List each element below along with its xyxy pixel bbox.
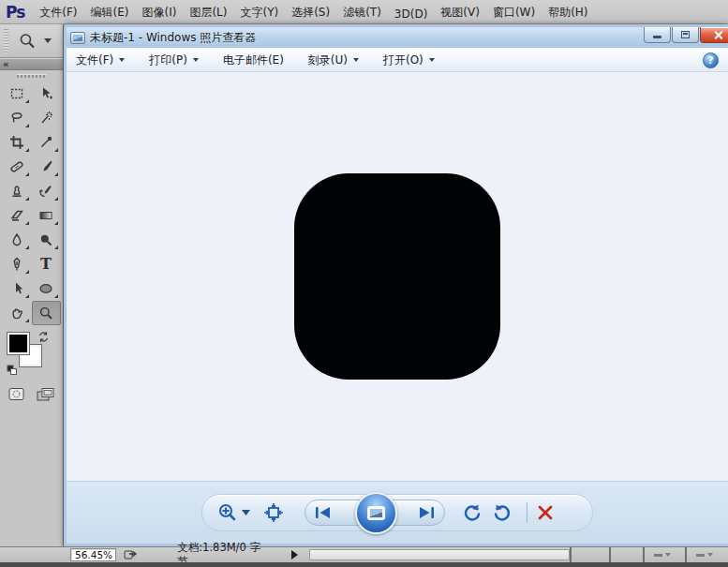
tool-eraser[interactable] [3, 203, 32, 228]
foreground-color-swatch[interactable] [7, 333, 29, 354]
toolbar-bottom-buttons [0, 378, 63, 405]
horizontal-scrollbar[interactable] [309, 549, 569, 560]
maximize-icon [681, 31, 690, 38]
flyout-indicator [25, 172, 29, 176]
close-icon [713, 30, 723, 40]
viewer-menubar: 文件(F) 打印(P) 电子邮件(E) 刻录(U) 打开(O) ? [67, 48, 728, 72]
viewer-menu-file[interactable]: 文件(F) [76, 52, 125, 68]
ps-menu-layer[interactable]: 图层(L) [189, 5, 227, 21]
ps-menu-type[interactable]: 文字(Y) [240, 5, 278, 21]
zoom-option-dropdown-icon[interactable] [44, 38, 52, 43]
quick-mask-icon[interactable] [8, 387, 25, 405]
flyout-indicator [54, 197, 58, 201]
tool-ellipse-shape[interactable] [32, 276, 61, 301]
photoshop-menubar: Ps 文件(F) 编辑(E) 图像(I) 图层(L) 文字(Y) 选择(S) 滤… [0, 0, 728, 24]
ps-menu-edit[interactable]: 编辑(E) [91, 5, 129, 21]
tool-crop[interactable] [3, 130, 32, 155]
viewer-titlebar[interactable]: 未标题-1 - Windows 照片查看器 [67, 27, 728, 48]
panel-collapse-button[interactable]: « [0, 58, 63, 70]
ps-menu-select[interactable]: 选择(S) [291, 5, 330, 21]
color-swatches [7, 333, 51, 378]
delete-button[interactable] [537, 504, 554, 521]
tool-history-brush[interactable] [32, 179, 61, 203]
next-button[interactable] [418, 506, 435, 519]
photo-viewer-window: 未标题-1 - Windows 照片查看器 文件(F) 打印(P) 电子邮件(E… [64, 24, 728, 546]
window-controls [643, 27, 728, 43]
flyout-indicator [54, 221, 58, 225]
ps-menu-3d[interactable]: 3D(D) [394, 7, 427, 21]
tool-pen[interactable] [3, 252, 32, 276]
zoom-button[interactable] [217, 502, 238, 523]
tool-magic-wand[interactable] [32, 106, 61, 130]
status-segment [570, 547, 609, 563]
viewer-menu-email[interactable]: 电子邮件(E) [223, 52, 284, 68]
tool-type[interactable]: T [32, 252, 61, 276]
flyout-indicator [54, 246, 58, 249]
viewer-menu-burn[interactable]: 刻录(U) [308, 52, 359, 68]
default-colors-icon[interactable] [7, 365, 18, 379]
window-bottom-edge [0, 562, 728, 567]
export-arrow-icon[interactable] [124, 548, 138, 562]
tool-gradient[interactable] [32, 203, 61, 228]
chevron-down-icon [429, 58, 435, 62]
photoshop-app: { "photoshop": { "logo": "Ps", "menubar"… [0, 0, 728, 567]
tool-zoom[interactable] [32, 301, 61, 325]
flyout-indicator [25, 99, 29, 103]
actual-size-button[interactable] [263, 502, 284, 523]
flyout-indicator [54, 294, 58, 298]
photoshop-tools-panel: « [0, 24, 64, 546]
tool-spot-healing-brush[interactable] [3, 155, 32, 179]
flyout-indicator [25, 221, 29, 225]
slideshow-button[interactable] [355, 492, 397, 534]
chevron-down-icon [665, 553, 671, 557]
tool-dodge[interactable] [32, 228, 61, 252]
flyout-indicator [54, 172, 58, 176]
viewer-window-title: 未标题-1 - Windows 照片查看器 [90, 30, 256, 46]
ps-menu-window[interactable]: 窗口(W) [493, 5, 535, 21]
minimize-button[interactable] [644, 27, 671, 43]
tool-brush[interactable] [32, 155, 61, 179]
help-icon[interactable]: ? [703, 52, 719, 68]
tool-options-bar [0, 24, 63, 58]
chevron-down-icon [707, 553, 713, 557]
ps-menu-help[interactable]: 帮助(H) [548, 5, 587, 21]
ps-menu-filter[interactable]: 滤镜(T) [343, 5, 381, 21]
flyout-indicator [25, 197, 29, 201]
navigation-group [305, 500, 445, 526]
tool-hand[interactable] [3, 301, 32, 325]
rotate-counterclockwise-button[interactable] [462, 502, 483, 523]
ps-menu-file[interactable]: 文件(F) [39, 5, 77, 21]
viewer-menu-print[interactable]: 打印(P) [149, 52, 199, 68]
ps-menu-view[interactable]: 视图(V) [440, 5, 480, 21]
previous-button[interactable] [315, 506, 332, 519]
tool-eyedropper[interactable] [32, 130, 61, 155]
status-segment-dropdown[interactable] [643, 547, 686, 563]
flyout-indicator [25, 124, 29, 127]
type-tool-icon: T [40, 257, 52, 272]
tool-move[interactable] [32, 82, 61, 106]
viewer-menu-open[interactable]: 打开(O) [383, 52, 435, 68]
status-flyout-icon[interactable] [291, 550, 298, 560]
ps-menu-image[interactable]: 图像(I) [142, 5, 177, 21]
close-button[interactable] [700, 27, 728, 43]
zoom-dropdown-icon[interactable] [242, 510, 250, 515]
tool-path-selection[interactable] [3, 276, 32, 301]
panel-grip[interactable] [0, 70, 63, 82]
zoom-level-field[interactable]: 56.45% [70, 548, 116, 561]
rotate-clockwise-button[interactable] [492, 502, 513, 523]
tool-clone-stamp[interactable] [3, 179, 32, 203]
viewer-image-area [67, 72, 728, 482]
swap-colors-icon[interactable] [37, 331, 50, 346]
tool-rectangular-marquee[interactable] [3, 82, 32, 106]
maximize-button[interactable] [672, 27, 699, 43]
status-segment-dropdown[interactable] [685, 547, 728, 563]
flyout-indicator [25, 270, 29, 274]
flyout-indicator [25, 294, 29, 298]
chevron-down-icon [353, 58, 359, 62]
photoshop-logo: Ps [6, 5, 24, 21]
tool-lasso[interactable] [3, 106, 32, 130]
flyout-indicator [25, 246, 29, 249]
tool-blur[interactable] [3, 228, 32, 252]
screen-mode-icon[interactable] [37, 387, 54, 405]
options-grip-handle[interactable] [4, 29, 8, 53]
